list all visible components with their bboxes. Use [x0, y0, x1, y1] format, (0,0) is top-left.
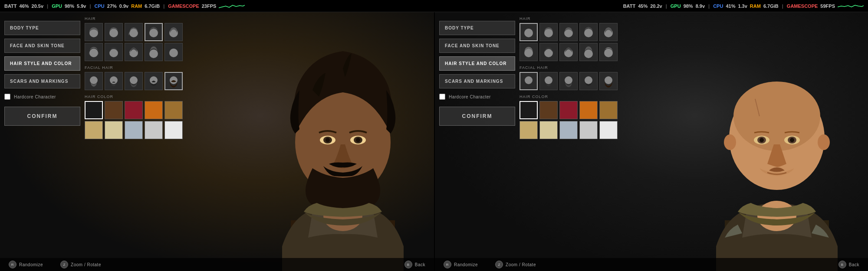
- right-body-type-btn[interactable]: BODY TYPE: [439, 21, 515, 35]
- right-facial-1[interactable]: [519, 72, 538, 90]
- hud-cpu-label-left: CPU: [95, 3, 105, 9]
- left-face-skin-btn[interactable]: FACE AND SKIN TONE: [4, 39, 80, 53]
- right-randomize-btn[interactable]: R Randomize: [444, 261, 478, 268]
- left-hair-style-3[interactable]: [125, 23, 143, 41]
- right-zoom-btn[interactable]: Z Zoom / Rotate: [495, 261, 536, 268]
- right-hair-style-6[interactable]: [519, 43, 538, 61]
- right-color-1[interactable]: [519, 101, 538, 119]
- right-facial-4[interactable]: [579, 72, 598, 90]
- left-facial-hair-grid: [85, 72, 184, 90]
- svg-point-41: [584, 29, 593, 37]
- left-color-10[interactable]: [164, 121, 183, 139]
- hud-gpu-label-right: GPU: [671, 3, 681, 9]
- main-area: BODY TYPE FACE AND SKIN TONE HAIR STYLE …: [0, 12, 868, 271]
- right-facial-hair-grid: [519, 72, 619, 90]
- svg-point-17: [129, 49, 138, 57]
- right-hair-style-7[interactable]: [539, 43, 558, 61]
- right-zoom-icon: Z: [495, 261, 503, 268]
- left-hardcore-label: Hardcore Character: [14, 95, 56, 99]
- hud-ram-label-right: RAM: [750, 3, 761, 9]
- left-color-3[interactable]: [125, 101, 143, 119]
- hud-batt-val-right: 45%: [638, 3, 648, 9]
- left-color-9[interactable]: [145, 121, 163, 139]
- svg-point-22: [130, 76, 138, 84]
- left-facial-3[interactable]: [125, 72, 143, 90]
- hud-batt-v-left: 20.5v: [32, 3, 44, 9]
- right-scars-btn[interactable]: SCARS AND MARKINGS: [439, 74, 515, 88]
- right-hair-style-1[interactable]: [519, 23, 538, 41]
- left-hair-style-7[interactable]: [105, 43, 123, 61]
- right-color-2[interactable]: [539, 101, 558, 119]
- left-color-5[interactable]: [164, 101, 183, 119]
- svg-point-15: [89, 49, 98, 57]
- left-color-4[interactable]: [145, 101, 163, 119]
- right-face-skin-btn[interactable]: FACE AND SKIN TONE: [439, 39, 515, 53]
- right-facial-2[interactable]: [539, 72, 558, 90]
- left-confirm-btn[interactable]: CONFIRM: [4, 107, 80, 126]
- right-confirm-btn[interactable]: CONFIRM: [439, 107, 515, 126]
- left-hair-style-9[interactable]: [145, 43, 163, 61]
- left-back-icon: B: [404, 261, 412, 268]
- left-facial-1[interactable]: [85, 72, 103, 90]
- right-color-6[interactable]: [519, 121, 538, 139]
- left-randomize-btn[interactable]: R Randomize: [9, 261, 43, 268]
- right-hair-style-2[interactable]: [539, 23, 558, 41]
- left-hair-style-1[interactable]: [85, 23, 103, 41]
- left-hair-style-2[interactable]: [105, 23, 123, 41]
- right-color-10[interactable]: [599, 121, 618, 139]
- left-back-btn[interactable]: B Back: [404, 261, 425, 268]
- left-hair-style-5[interactable]: [164, 23, 183, 41]
- left-facial-5[interactable]: [164, 72, 183, 90]
- right-color-4[interactable]: [579, 101, 598, 119]
- left-color-8[interactable]: [125, 121, 143, 139]
- right-color-9[interactable]: [579, 121, 598, 139]
- right-facial-5[interactable]: [599, 72, 618, 90]
- left-bottom-bar: R Randomize Z Zoom / Rotate B Back: [0, 258, 434, 271]
- right-back-btn[interactable]: B Back: [838, 261, 859, 268]
- right-hair-style-3[interactable]: [559, 23, 578, 41]
- left-facial-2[interactable]: [105, 72, 123, 90]
- left-color-2[interactable]: [105, 101, 123, 119]
- right-hardcore-checkbox[interactable]: [439, 94, 445, 100]
- hud-cpu-pct-right: 41%: [726, 3, 735, 9]
- left-color-7[interactable]: [105, 121, 123, 139]
- left-panel: BODY TYPE FACE AND SKIN TONE HAIR STYLE …: [0, 12, 434, 271]
- hud-gpu-v-left: 5.9v: [77, 3, 86, 9]
- right-hair-style-8[interactable]: [559, 43, 578, 61]
- svg-point-8: [326, 138, 330, 142]
- left-hair-style-6[interactable]: [85, 43, 103, 61]
- left-body-type-btn[interactable]: BODY TYPE: [4, 21, 80, 35]
- right-hair-panel: Hair: [519, 16, 619, 139]
- right-hair-style-10[interactable]: [599, 43, 618, 61]
- right-color-8[interactable]: [559, 121, 578, 139]
- right-hair-style-4[interactable]: [579, 23, 598, 41]
- hud-gpu-pct-right: 98%: [684, 3, 693, 9]
- hud-rdiv2: |: [708, 3, 710, 9]
- left-color-1[interactable]: [85, 101, 103, 119]
- svg-point-20: [90, 76, 98, 84]
- right-color-7[interactable]: [539, 121, 558, 139]
- left-hair-style-4[interactable]: [145, 23, 163, 41]
- right-hair-style-9[interactable]: [579, 43, 598, 61]
- left-hair-style-10[interactable]: [164, 43, 183, 61]
- left-hair-color-label: Hair Color: [85, 95, 184, 99]
- right-hair-style-grid: [519, 23, 619, 61]
- left-hardcore-checkbox[interactable]: [4, 94, 10, 100]
- right-facial-3[interactable]: [559, 72, 578, 90]
- left-scars-btn[interactable]: SCARS AND MARKINGS: [4, 74, 80, 88]
- svg-point-21: [110, 76, 118, 84]
- left-facial-4[interactable]: [145, 72, 163, 90]
- right-back-icon: B: [838, 261, 846, 268]
- left-hair-style-8[interactable]: [125, 43, 143, 61]
- right-hair-style-5[interactable]: [599, 23, 618, 41]
- left-hair-style-btn[interactable]: HAIR STYLE AND COLOR: [4, 56, 80, 71]
- right-hair-style-btn[interactable]: HAIR STYLE AND COLOR: [439, 56, 515, 71]
- left-color-6[interactable]: [85, 121, 103, 139]
- hud-gamescope-right: GAMESCOPE: [787, 3, 818, 9]
- right-color-3[interactable]: [559, 101, 578, 119]
- left-zoom-btn[interactable]: Z Zoom / Rotate: [60, 261, 101, 268]
- right-color-5[interactable]: [599, 101, 618, 119]
- hud-rdiv3: |: [782, 3, 783, 9]
- right-randomize-label: Randomize: [454, 262, 478, 267]
- right-hardcore-label: Hardcore Character: [449, 95, 491, 99]
